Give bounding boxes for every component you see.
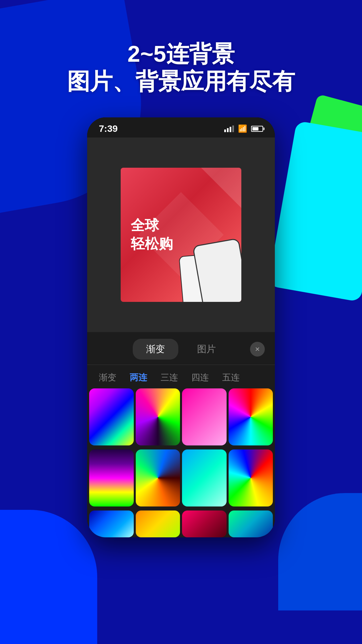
gradient-grid-row1 (87, 388, 275, 447)
subtab-four[interactable]: 四连 (191, 372, 209, 383)
gradient-swatch-2[interactable] (136, 388, 180, 445)
gradient-swatch-9[interactable] (89, 511, 134, 537)
promo-image: 全球 轻松购 (121, 168, 241, 302)
subtab-five[interactable]: 五连 (222, 372, 240, 383)
gradient-swatch-10[interactable] (136, 511, 180, 537)
gradient-grid-row2 (87, 449, 275, 508)
gradient-swatch-1[interactable] (89, 388, 134, 445)
promo-line2: 轻松购 (131, 235, 231, 253)
gradient-swatch-12[interactable] (229, 511, 273, 537)
battery-fill (252, 127, 258, 130)
wifi-icon: 📶 (238, 124, 247, 133)
gradient-grid-row3 (87, 511, 275, 537)
close-button[interactable]: × (250, 342, 265, 357)
bg-shape-bottom-right (278, 493, 362, 610)
canvas-area: 全球 轻松购 (87, 138, 275, 332)
gradient-swatch-7[interactable] (182, 449, 227, 506)
tab-gradient[interactable]: 渐变 (133, 339, 178, 360)
tab-image[interactable]: 图片 (184, 339, 229, 360)
header-title: 2~5连背景 图片、背景应用有尽有 (0, 40, 362, 95)
subtab-two[interactable]: 两连 (130, 372, 147, 383)
status-right-icons: 📶 (224, 124, 263, 133)
header-section: 2~5连背景 图片、背景应用有尽有 (0, 40, 362, 95)
bg-shape-cyan (268, 120, 362, 302)
promo-text: 全球 轻松购 (131, 216, 231, 253)
bg-shape-bottom-left (0, 510, 97, 644)
gradient-swatch-3[interactable] (182, 388, 227, 445)
subtab-row: 渐变 两连 三连 四连 五连 (87, 365, 275, 388)
subtab-three[interactable]: 三连 (161, 372, 178, 383)
signal-icon (224, 125, 234, 132)
promo-line1: 全球 (131, 216, 231, 235)
header-line1: 2~5连背景 (0, 40, 362, 68)
subtab-gradient[interactable]: 渐变 (99, 372, 116, 383)
bottom-panel: 渐变 图片 × 渐变 两连 三连 四连 五连 (87, 332, 275, 537)
gradient-swatch-6[interactable] (136, 449, 180, 506)
battery-icon (251, 126, 263, 132)
gradient-swatch-5[interactable] (89, 449, 134, 506)
phone-mockup: 7:39 📶 全球 轻松购 (87, 117, 275, 537)
status-bar: 7:39 📶 (87, 117, 275, 138)
header-line2: 图片、背景应用有尽有 (0, 68, 362, 95)
gradient-swatch-11[interactable] (182, 511, 227, 537)
gradient-swatch-4[interactable] (229, 388, 273, 445)
gradient-swatch-8[interactable] (229, 449, 273, 506)
app-content: 全球 轻松购 (87, 138, 275, 332)
status-time: 7:39 (99, 123, 118, 134)
promo-triangle (201, 168, 241, 208)
